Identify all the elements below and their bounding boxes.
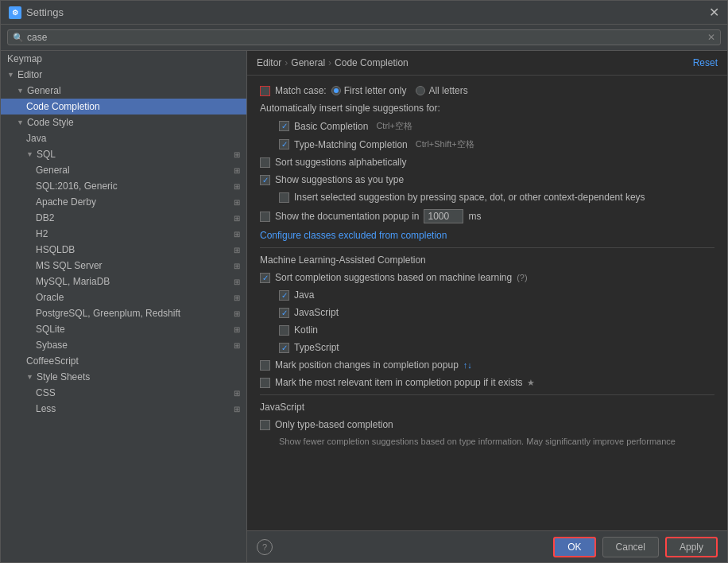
right-panel: Editor › General › Code Completion Reset… (247, 51, 727, 562)
sidebar-item-java[interactable]: Java (1, 130, 246, 146)
configure-classes-link[interactable]: Configure classes excluded from completi… (260, 230, 447, 241)
search-bar: 🔍 ✕ (1, 25, 727, 51)
radio-first-letter-btn[interactable] (331, 86, 341, 95)
sort-alpha-label: Sort suggestions alphabetically (275, 157, 406, 168)
external-icon: ⊞ (234, 150, 240, 159)
expand-arrow: ▼ (26, 373, 33, 381)
only-type-based-label: Only type-based completion (275, 419, 393, 430)
expand-arrow: ▼ (17, 118, 24, 126)
show-doc-popup-row: Show the documentation popup in ms (260, 209, 714, 223)
sidebar-item-css[interactable]: CSS ⊞ (1, 385, 246, 401)
sort-alpha-row: Sort suggestions alphabetically (260, 157, 714, 168)
search-box: 🔍 ✕ (7, 29, 721, 45)
first-letter-label: First letter only (344, 85, 407, 96)
close-button[interactable]: ✕ (709, 5, 719, 20)
external-icon: ⊞ (234, 278, 240, 286)
mark-relevant-checkbox[interactable] (260, 378, 270, 388)
sidebar-item-mysql[interactable]: MySQL, MariaDB ⊞ (1, 274, 246, 289)
search-clear-icon[interactable]: ✕ (707, 32, 715, 43)
insert-selected-checkbox[interactable] (279, 192, 289, 203)
sidebar-item-sql[interactable]: ▼ SQL ⊞ (1, 146, 246, 162)
sort-ml-checkbox[interactable] (260, 273, 270, 283)
cancel-button[interactable]: Cancel (602, 537, 659, 557)
radio-all-letters[interactable]: All letters (416, 85, 467, 96)
auto-insert-row: Automatically insert single suggestions … (260, 103, 714, 114)
search-input[interactable] (27, 32, 707, 43)
breadcrumb-sep2: › (328, 57, 331, 68)
ml-javascript-label: JavaScript (294, 307, 339, 318)
external-icon: ⊞ (234, 293, 240, 302)
type-matching-row: Type-Matching Completion Ctrl+Shift+空格 (260, 138, 714, 150)
basic-completion-row: Basic Completion Ctrl+空格 (260, 120, 714, 132)
ok-button[interactable]: OK (553, 537, 595, 557)
insert-selected-label: Insert selected suggestion by pressing s… (294, 192, 645, 203)
breadcrumb-sep1: › (285, 57, 288, 68)
divider1 (260, 247, 714, 248)
sidebar-item-sybase[interactable]: Sybase ⊞ (1, 337, 246, 353)
match-case-checkbox[interactable] (260, 86, 270, 96)
sort-ml-row: Sort completion suggestions based on mac… (260, 272, 714, 283)
ml-javascript-checkbox[interactable] (279, 308, 289, 318)
mark-position-checkbox[interactable] (260, 360, 270, 371)
help-button[interactable]: ? (257, 539, 273, 555)
sidebar-item-general-sql[interactable]: General ⊞ (1, 162, 246, 178)
divider2 (260, 394, 714, 395)
bottom-right: OK Cancel Apply (553, 537, 718, 557)
ml-section-title: Machine Learning-Assisted Completion (260, 254, 714, 266)
js-section-title: JavaScript (260, 402, 714, 413)
sort-ml-label: Sort completion suggestions based on mac… (275, 272, 512, 283)
sidebar-item-postgresql[interactable]: PostgreSQL, Greenplum, Redshift ⊞ (1, 305, 246, 321)
ml-java-row: Java (260, 289, 714, 301)
window-title: Settings (26, 6, 64, 18)
show-doc-popup-checkbox[interactable] (260, 212, 270, 222)
ml-typescript-checkbox[interactable] (279, 343, 289, 353)
external-icon: ⊞ (234, 230, 240, 239)
radio-all-letters-btn[interactable] (416, 86, 425, 95)
sidebar-item-hsqldb[interactable]: HSQLDB ⊞ (1, 242, 246, 258)
show-as-you-type-checkbox[interactable] (260, 175, 270, 185)
sidebar-item-coffeescript[interactable]: CoffeeScript (1, 353, 246, 369)
external-icon: ⊞ (234, 389, 240, 398)
match-case-radio-group: First letter only All letters (331, 85, 468, 96)
expand-arrow: ▼ (7, 71, 14, 79)
sidebar-item-oracle[interactable]: Oracle ⊞ (1, 289, 246, 305)
sidebar-item-mssql[interactable]: MS SQL Server ⊞ (1, 258, 246, 274)
search-icon: 🔍 (13, 33, 24, 43)
sidebar-item-style-sheets[interactable]: ▼ Style Sheets (1, 369, 246, 385)
sidebar-item-keymap[interactable]: Keymap (1, 51, 246, 67)
settings-window: ⚙ Settings ✕ 🔍 ✕ Keymap ▼ Editor ▼ Gener… (0, 0, 728, 563)
reset-button[interactable]: Reset (693, 57, 718, 68)
sidebar-item-editor[interactable]: ▼ Editor (1, 67, 246, 83)
sidebar-item-less[interactable]: Less ⊞ (1, 401, 246, 417)
bottom-left: ? (257, 539, 273, 555)
mark-relevant-row: Mark the most relevant item in completio… (260, 377, 714, 388)
external-icon: ⊞ (234, 309, 240, 318)
sidebar-item-general[interactable]: ▼ General (1, 83, 246, 99)
external-icon: ⊞ (234, 341, 240, 350)
match-case-row: Match case: First letter only All letter… (260, 85, 714, 96)
external-icon: ⊞ (234, 325, 240, 334)
external-icon: ⊞ (234, 262, 240, 270)
ml-kotlin-row: Kotlin (260, 324, 714, 336)
apply-button[interactable]: Apply (665, 537, 718, 557)
doc-popup-ms-input[interactable] (424, 209, 463, 223)
type-matching-checkbox[interactable] (279, 139, 289, 149)
sidebar-item-sqlite[interactable]: SQLite ⊞ (1, 321, 246, 337)
radio-first-letter[interactable]: First letter only (331, 85, 407, 96)
sidebar-item-db2[interactable]: DB2 ⊞ (1, 210, 246, 226)
basic-completion-checkbox[interactable] (279, 121, 289, 131)
sort-alpha-checkbox[interactable] (260, 157, 270, 168)
ml-java-label: Java (294, 289, 314, 301)
external-icon: ⊞ (234, 198, 240, 207)
sidebar: Keymap ▼ Editor ▼ General Code Completio… (1, 51, 247, 562)
sidebar-item-code-style[interactable]: ▼ Code Style (1, 115, 246, 130)
sidebar-item-sql2016[interactable]: SQL:2016, Generic ⊞ (1, 178, 246, 194)
ml-kotlin-checkbox[interactable] (279, 325, 289, 336)
sidebar-item-code-completion[interactable]: Code Completion (1, 99, 246, 115)
expand-arrow: ▼ (17, 87, 24, 95)
sidebar-item-apache-derby[interactable]: Apache Derby ⊞ (1, 194, 246, 210)
only-type-based-checkbox[interactable] (260, 420, 270, 430)
sidebar-item-h2[interactable]: H2 ⊞ (1, 226, 246, 242)
title-bar: ⚙ Settings ✕ (1, 1, 727, 25)
ml-java-checkbox[interactable] (279, 290, 289, 301)
